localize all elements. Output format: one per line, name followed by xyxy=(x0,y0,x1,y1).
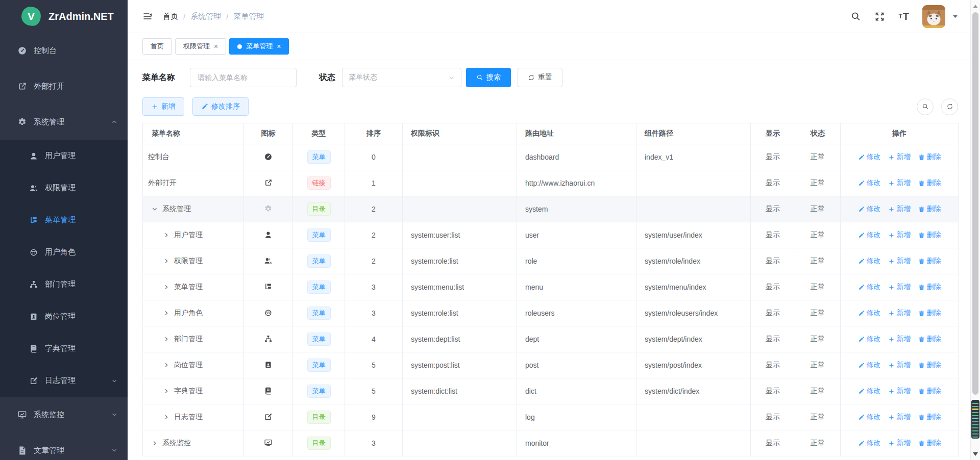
header-search-button[interactable] xyxy=(850,11,861,22)
sidebar-fold-button[interactable] xyxy=(142,11,153,21)
tab-role-manage[interactable]: 权限管理× xyxy=(175,38,226,55)
font-size-button[interactable]: TT xyxy=(898,11,909,22)
row-add-link[interactable]: 新增 xyxy=(888,178,911,188)
sidebar-item-dept[interactable]: 部门管理 xyxy=(0,268,128,300)
row-edit-link[interactable]: 修改 xyxy=(858,413,881,422)
table-toolbar: 新增 修改排序 xyxy=(142,97,958,116)
row-delete-link[interactable]: 删除 xyxy=(918,231,941,240)
row-edit-link[interactable]: 修改 xyxy=(858,257,881,266)
row-add-link[interactable]: 新增 xyxy=(888,205,911,214)
row-add-link[interactable]: 新增 xyxy=(888,283,911,292)
expand-row-icon[interactable] xyxy=(163,284,169,290)
expand-row-icon[interactable] xyxy=(163,336,169,342)
row-add-link[interactable]: 新增 xyxy=(888,231,911,240)
search-button[interactable]: 搜索 xyxy=(466,68,511,87)
row-edit-link[interactable]: 修改 xyxy=(858,205,881,214)
expand-row-icon[interactable] xyxy=(163,414,169,420)
op-label: 新增 xyxy=(897,387,911,396)
sidebar-item-console[interactable]: 控制台 xyxy=(0,33,128,68)
app-logo[interactable]: V ZrAdmin.NET xyxy=(0,0,128,33)
scroll-minimap-widget[interactable] xyxy=(971,400,979,439)
table-refresh-button[interactable] xyxy=(941,98,958,115)
row-edit-link[interactable]: 修改 xyxy=(858,439,881,448)
row-add-link[interactable]: 新增 xyxy=(888,335,911,344)
row-add-link[interactable]: 新增 xyxy=(888,387,911,396)
row-add-link[interactable]: 新增 xyxy=(888,413,911,422)
sidebar-item-monitor[interactable]: 系统监控 xyxy=(0,397,128,432)
user-menu-caret[interactable] xyxy=(952,13,959,20)
status-select[interactable]: 菜单状态 xyxy=(342,68,461,87)
sidebar-item-user[interactable]: 用户管理 xyxy=(0,140,128,172)
expand-row-icon[interactable] xyxy=(163,232,169,238)
row-delete-link[interactable]: 删除 xyxy=(918,257,941,266)
sidebar-item-log[interactable]: 日志管理 xyxy=(0,365,128,397)
cell-status: 正常 xyxy=(795,196,841,222)
row-add-link[interactable]: 新增 xyxy=(888,309,911,318)
collapse-row-icon[interactable] xyxy=(152,206,158,212)
row-add-link[interactable]: 新增 xyxy=(888,439,911,448)
sidebar-menu: 控制台外部打开系统管理用户管理权限管理菜单管理用户角色部门管理岗位管理字典管理日… xyxy=(0,33,128,460)
search-icon xyxy=(850,11,861,22)
sidebar-item-external[interactable]: 外部打开 xyxy=(0,68,128,104)
expand-row-icon[interactable] xyxy=(163,310,169,316)
tab-label: 首页 xyxy=(151,42,164,51)
sidebar-item-menu[interactable]: 菜单管理 xyxy=(0,204,128,236)
breadcrumb-item[interactable]: 系统管理 xyxy=(190,12,221,21)
cell-menu-name: 控制台 xyxy=(143,144,244,170)
sidebar-item-system[interactable]: 系统管理 xyxy=(0,104,128,140)
column-header: 操作 xyxy=(841,123,959,144)
tab-close-icon[interactable]: × xyxy=(214,43,218,50)
sidebar-item-article[interactable]: 文章管理 xyxy=(0,432,128,460)
reset-button[interactable]: 重置 xyxy=(518,68,562,87)
row-delete-link[interactable]: 删除 xyxy=(918,283,941,292)
table-search-toggle-button[interactable] xyxy=(917,98,934,115)
row-edit-link[interactable]: 修改 xyxy=(858,152,881,162)
fullscreen-button[interactable] xyxy=(874,11,885,22)
row-delete-link[interactable]: 删除 xyxy=(918,309,941,318)
scrollbar-up-arrow-icon[interactable] xyxy=(971,5,980,8)
tab-menu-manage[interactable]: 菜单管理× xyxy=(229,38,289,55)
cell-icon xyxy=(244,170,293,196)
add-menu-button[interactable]: 新增 xyxy=(142,97,184,116)
row-edit-link[interactable]: 修改 xyxy=(858,387,881,396)
sidebar-item-post[interactable]: 岗位管理 xyxy=(0,300,128,333)
row-add-link[interactable]: 新增 xyxy=(888,257,911,266)
sidebar-item-roleusers[interactable]: 用户角色 xyxy=(0,236,128,268)
expand-row-icon[interactable] xyxy=(163,388,169,394)
expand-row-icon[interactable] xyxy=(163,362,169,368)
sidebar-item-role[interactable]: 权限管理 xyxy=(0,172,128,204)
row-edit-link[interactable]: 修改 xyxy=(858,178,881,188)
expand-row-icon[interactable] xyxy=(163,258,169,264)
expand-row-icon[interactable] xyxy=(152,440,158,446)
tab-close-icon[interactable]: × xyxy=(277,43,281,50)
scrollbar-thumb[interactable] xyxy=(972,12,978,395)
tab-home[interactable]: 首页 xyxy=(142,38,172,55)
row-edit-link[interactable]: 修改 xyxy=(858,283,881,292)
menu-name-input[interactable] xyxy=(197,73,290,82)
edit-sort-button[interactable]: 修改排序 xyxy=(192,97,249,116)
row-edit-link[interactable]: 修改 xyxy=(858,231,881,240)
row-edit-link[interactable]: 修改 xyxy=(858,309,881,318)
scrollbar-down-arrow-icon[interactable] xyxy=(971,452,980,456)
user-avatar[interactable] xyxy=(922,5,945,28)
tab-active-dot-icon xyxy=(237,44,242,49)
row-delete-link[interactable]: 删除 xyxy=(918,335,941,344)
page-scrollbar[interactable] xyxy=(970,0,980,460)
row-edit-link[interactable]: 修改 xyxy=(858,335,881,344)
row-edit-link[interactable]: 修改 xyxy=(858,361,881,370)
cell-component: system/dict/index xyxy=(636,378,751,404)
row-add-link[interactable]: 新增 xyxy=(888,361,911,370)
breadcrumb-item[interactable]: 首页 xyxy=(163,12,178,21)
row-delete-link[interactable]: 删除 xyxy=(918,152,941,162)
row-delete-link[interactable]: 删除 xyxy=(918,205,941,214)
row-delete-link[interactable]: 删除 xyxy=(918,439,941,448)
row-add-link[interactable]: 新增 xyxy=(888,152,911,162)
row-delete-link[interactable]: 删除 xyxy=(918,413,941,422)
menu-name-text: 控制台 xyxy=(148,152,169,162)
row-delete-link[interactable]: 删除 xyxy=(918,387,941,396)
row-delete-link[interactable]: 删除 xyxy=(918,178,941,188)
sidebar-item-dict[interactable]: 字典管理 xyxy=(0,333,128,365)
row-delete-link[interactable]: 删除 xyxy=(918,361,941,370)
table-row: 控制台菜单0dashboardindex_v1显示正常修改新增删除 xyxy=(143,144,959,170)
type-tag: 菜单 xyxy=(307,359,331,372)
